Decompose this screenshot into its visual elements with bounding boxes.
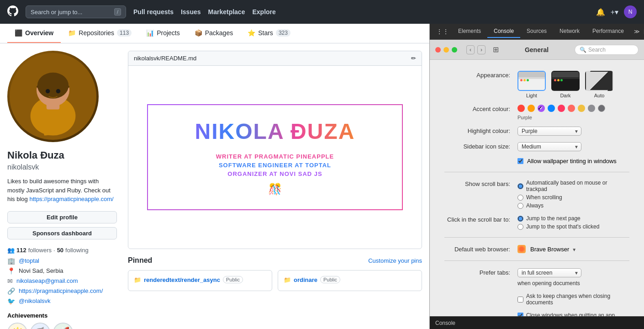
profile-bio: Likes to build awesome things with mostl… [7, 177, 117, 204]
tab-packages[interactable]: 📦 Packages [187, 24, 240, 43]
close-window-button[interactable] [435, 47, 441, 53]
repo-icon: 📁 [68, 29, 76, 37]
main-nav: Pull requests Issues Marketplace Explore [133, 8, 276, 16]
appearance-auto[interactable]: Auto [585, 71, 613, 98]
scrollbar-option-always[interactable]: Always [517, 202, 629, 209]
tab-stars[interactable]: ⭐ Stars 323 [240, 24, 298, 43]
accent-pink[interactable] [558, 105, 565, 112]
sidebar-icon-select[interactable]: Medium [517, 142, 581, 151]
global-search[interactable]: Search or jump to... / [26, 5, 126, 18]
nav-explore[interactable]: Explore [252, 8, 275, 16]
accent-yellow[interactable] [578, 105, 585, 112]
github-logo-icon[interactable] [7, 5, 18, 19]
info-org: 🏢 @toptal [7, 257, 117, 265]
back-button[interactable]: ‹ [466, 45, 475, 54]
accent-gray[interactable] [588, 105, 595, 112]
ask-changes-checkbox[interactable] [517, 297, 523, 302]
customize-pins-link[interactable]: Customize your pins [368, 257, 422, 264]
pinned-card-0: 📁 renderedtext/render_async Public [128, 270, 272, 291]
devtools-tab-sources[interactable]: Sources [520, 25, 553, 38]
appearance-options: Light Dark [517, 71, 613, 98]
devtools-tab-performance[interactable]: Performance [586, 25, 630, 38]
header-actions: 🔔 +▾ N [596, 5, 637, 18]
minimize-window-button[interactable] [443, 47, 449, 53]
scrollbar-option-auto[interactable]: Automatically based on mouse or trackpad [517, 180, 629, 192]
grid-icon[interactable]: ⊞ [493, 45, 499, 54]
right-panel: ⋮⋮ Elements Console Sources Network Perf… [429, 24, 644, 329]
close-windows-checkbox[interactable] [517, 313, 523, 317]
edit-profile-button[interactable]: Edit profile [7, 211, 117, 223]
click-radio-next[interactable] [517, 216, 523, 222]
nav-marketplace[interactable]: Marketplace [208, 8, 245, 16]
scrollbar-radio-always[interactable] [517, 203, 523, 209]
appearance-dark[interactable]: Dark [551, 71, 580, 98]
github-header: Search or jump to... / Pull requests Iss… [0, 0, 644, 24]
tab-overview[interactable]: ⬛ Overview [7, 24, 61, 43]
readme-name: NIKOLA ĐUZA [166, 119, 384, 144]
appearance-light-label: Light [517, 93, 546, 98]
avatar[interactable]: N [624, 5, 637, 18]
devtools-tab-network[interactable]: Network [553, 25, 586, 38]
scrollbar-option-scrolling[interactable]: When scrolling [517, 194, 629, 201]
bio-link[interactable]: https://pragmaticpineapple.com/ [29, 196, 113, 202]
prefer-tabs-select[interactable]: in full screen [517, 268, 581, 277]
wallpaper-tinting-label: Allow wallpaper tinting in windows [527, 158, 617, 164]
highlight-select[interactable]: Purple [517, 127, 581, 136]
stars-count: 323 [276, 29, 290, 37]
email-link[interactable]: nikolaseap@gmail.com [16, 277, 78, 284]
devtools-menu-icon[interactable]: ⋮⋮ [433, 27, 452, 36]
svg-point-3 [37, 73, 69, 99]
accent-red2[interactable] [568, 105, 575, 112]
pinned-card-header-1: 📁 ordinare Public [284, 276, 416, 283]
accent-graphite[interactable] [598, 105, 605, 112]
nav-issues[interactable]: Issues [181, 8, 201, 16]
devtools-tab-console[interactable]: Console [487, 25, 520, 38]
create-icon[interactable]: +▾ [611, 8, 618, 16]
devtools-tab-elements[interactable]: Elements [452, 25, 487, 38]
accent-red[interactable] [517, 105, 525, 112]
tab-repositories[interactable]: 📁 Repositories 113 [61, 24, 139, 43]
profile-info: 🏢 @toptal 📍 Novi Sad, Serbia ✉ nikolasea… [7, 257, 117, 305]
avatar-badge: ⊞ [85, 128, 95, 138]
tab-projects[interactable]: 📊 Projects [139, 24, 187, 43]
notifications-icon[interactable]: 🔔 [596, 8, 605, 16]
click-radio-spot[interactable] [517, 224, 523, 230]
appearance-dark-thumb [551, 71, 580, 91]
twitter-link[interactable]: @nikolalsvk [19, 297, 51, 304]
wallpaper-tinting-checkbox[interactable] [517, 158, 523, 164]
readme-header: nikolalsvk/README.md ✏ [128, 51, 422, 66]
separator-2 [444, 237, 629, 238]
repo-link-0[interactable]: renderedtext/render_async [144, 276, 220, 283]
accent-purple[interactable]: ✓ [538, 105, 545, 112]
forward-button[interactable]: › [477, 45, 486, 54]
org-link[interactable]: @toptal [19, 257, 39, 264]
sponsors-dashboard-button[interactable]: Sponsors dashboard [7, 227, 117, 239]
packages-icon: 📦 [195, 29, 202, 37]
pinned-header: Pinned Customize your pins [128, 256, 422, 265]
appearance-label: Appearance: [444, 71, 517, 79]
click-option-next[interactable]: Jump to the next page [517, 215, 599, 222]
nav-pull-requests[interactable]: Pull requests [133, 8, 174, 16]
browser-name: Brave Browser [530, 246, 569, 253]
scrollbar-radio-scrolling[interactable] [517, 195, 523, 201]
scrollbar-radio-auto[interactable] [517, 183, 523, 189]
repo-link-1[interactable]: ordinare [294, 276, 317, 283]
followers-count: 112 [16, 247, 26, 254]
devtools-more-tabs[interactable]: ≫ [630, 26, 644, 37]
accent-orange[interactable] [528, 105, 535, 112]
followers-icon: 👥 [7, 247, 15, 254]
website-link[interactable]: https://pragmaticpineapple.com/ [19, 287, 103, 294]
close-windows-row: Close windows when quitting an app When … [444, 312, 629, 316]
browser-select-arrow[interactable]: ▼ [572, 247, 576, 252]
edit-icon[interactable]: ✏ [411, 55, 416, 62]
ask-changes-label[interactable]: Ask to keep changes when closing documen… [517, 293, 629, 306]
appearance-light[interactable]: Light [517, 71, 546, 98]
click-option-spot[interactable]: Jump to the spot that's clicked [517, 223, 599, 230]
accent-blue[interactable] [548, 105, 555, 112]
close-windows-label[interactable]: Close windows when quitting an app [517, 312, 629, 316]
appearance-light-thumb [517, 71, 546, 91]
settings-search[interactable]: 🔍 Search [575, 45, 639, 55]
maximize-window-button[interactable] [452, 47, 457, 53]
console-label: Console [435, 320, 455, 326]
profile-main: nikolalsvk/README.md ✏ NIKOLA ĐUZA WRITE… [128, 51, 422, 329]
